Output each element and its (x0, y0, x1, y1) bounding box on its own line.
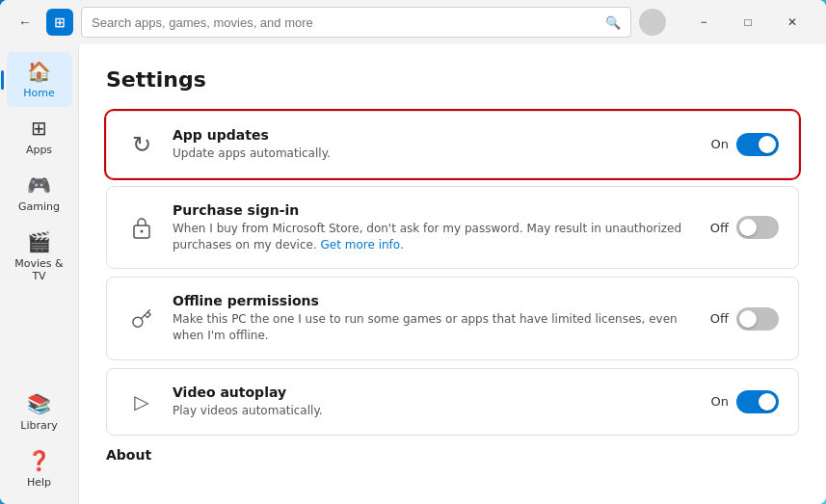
main-area: 🏠 Home ⊞ Apps 🎮 Gaming 🎬 Movies & TV 📚 L… (0, 44, 826, 504)
toggle-thumb-3 (739, 310, 757, 328)
sidebar-item-apps[interactable]: ⊞ Apps (7, 109, 72, 164)
sidebar-label-apps: Apps (26, 144, 52, 156)
sidebar: 🏠 Home ⊞ Apps 🎮 Gaming 🎬 Movies & TV 📚 L… (0, 44, 79, 504)
sidebar-item-home[interactable]: 🏠 Home (7, 52, 72, 107)
sidebar-label-library: Library (20, 419, 57, 432)
close-button[interactable]: ✕ (770, 7, 814, 38)
app-updates-desc: Update apps automatically. (173, 146, 696, 162)
app-updates-state: On (711, 137, 729, 151)
app-updates-title: App updates (173, 127, 696, 143)
sidebar-label-home: Home (23, 87, 54, 99)
titlebar: ← ⊞ 🔍 − □ ✕ (0, 0, 826, 44)
content-area: Settings ↻ App updates Update apps autom… (79, 44, 826, 504)
offline-permissions-toggle[interactable] (736, 307, 779, 331)
app-updates-text: App updates Update apps automatically. (173, 127, 696, 162)
gaming-icon: 🎮 (28, 173, 51, 197)
apps-icon: ⊞ (28, 117, 51, 140)
sidebar-label-help: Help (27, 476, 51, 489)
help-icon: ❓ (28, 449, 51, 472)
page-title: Settings (106, 67, 799, 92)
sidebar-label-movies: Movies & TV (11, 257, 68, 282)
app-window: ← ⊞ 🔍 − □ ✕ 🏠 Home ⊞ Apps 🎮 (0, 0, 826, 504)
movies-icon: 🎬 (28, 230, 51, 253)
app-icon: ⊞ (46, 9, 73, 36)
app-updates-control: On (711, 133, 779, 156)
purchase-signin-control: Off (710, 216, 779, 239)
sidebar-item-movies[interactable]: 🎬 Movies & TV (7, 223, 72, 290)
video-autoplay-control: On (711, 390, 779, 413)
back-button[interactable]: ← (12, 9, 39, 36)
toggle-thumb-2 (739, 219, 757, 236)
maximize-button[interactable]: □ (726, 7, 770, 38)
offline-permissions-title: Offline permissions (173, 293, 695, 308)
search-input[interactable] (92, 15, 598, 30)
video-autoplay-title: Video autoplay (173, 385, 696, 400)
toggle-thumb-4 (759, 393, 776, 411)
purchase-signin-icon (126, 212, 157, 243)
library-icon: 📚 (28, 392, 51, 415)
setting-card-offline-permissions: Offline permissions Make this PC the one… (106, 277, 799, 360)
purchase-signin-link[interactable]: Get more info. (321, 238, 404, 252)
purchase-signin-toggle[interactable] (736, 216, 779, 239)
setting-card-app-updates: ↻ App updates Update apps automatically.… (106, 111, 799, 178)
search-bar[interactable]: 🔍 (81, 7, 631, 38)
offline-permissions-state: Off (710, 311, 729, 326)
minimize-button[interactable]: − (681, 7, 726, 38)
search-icon: 🔍 (605, 15, 621, 30)
setting-card-video-autoplay: ▷ Video autoplay Play videos automatical… (106, 368, 799, 436)
toggle-thumb (759, 136, 776, 153)
setting-card-purchase-signin: Purchase sign-in When I buy from Microso… (106, 186, 799, 270)
window-controls: − □ ✕ (681, 7, 814, 38)
purchase-signin-state: Off (710, 221, 729, 235)
offline-permissions-desc: Make this PC the one I use to run some g… (173, 311, 695, 344)
offline-permissions-text: Offline permissions Make this PC the one… (173, 293, 695, 344)
sidebar-item-library[interactable]: 📚 Library (7, 385, 72, 439)
home-icon: 🏠 (28, 60, 51, 83)
offline-permissions-icon (126, 304, 157, 334)
purchase-signin-desc: When I buy from Microsoft Store, don't a… (173, 221, 695, 253)
app-updates-icon: ↻ (126, 129, 157, 160)
video-autoplay-state: On (711, 394, 729, 409)
video-autoplay-toggle[interactable] (736, 390, 779, 413)
sidebar-label-gaming: Gaming (18, 200, 60, 213)
avatar[interactable] (639, 9, 666, 36)
offline-permissions-control: Off (710, 307, 779, 331)
app-updates-toggle[interactable] (736, 133, 779, 156)
sidebar-item-gaming[interactable]: 🎮 Gaming (7, 166, 72, 221)
video-autoplay-desc: Play videos automatically. (173, 403, 696, 419)
svg-point-1 (141, 230, 144, 233)
sidebar-item-help[interactable]: ❓ Help (7, 441, 72, 496)
about-label: About (106, 447, 799, 463)
purchase-signin-title: Purchase sign-in (173, 202, 695, 218)
video-autoplay-text: Video autoplay Play videos automatically… (173, 385, 696, 419)
purchase-signin-text: Purchase sign-in When I buy from Microso… (173, 202, 695, 253)
video-autoplay-icon: ▷ (126, 386, 157, 417)
